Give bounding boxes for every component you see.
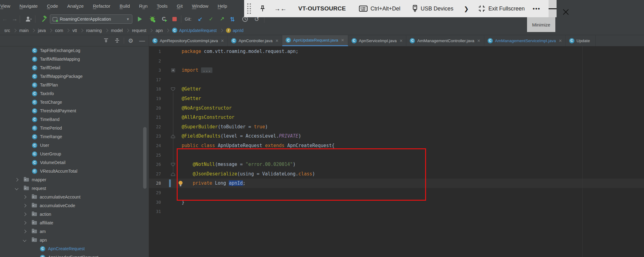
collapse-all-icon[interactable] [115, 35, 120, 46]
menu-item-refactor[interactable]: Refactor [88, 0, 115, 12]
tree-item-TestCharge[interactable]: CTestCharge [0, 98, 149, 106]
menu-item-code[interactable]: Code [42, 0, 62, 12]
git-update-icon[interactable]: ↙ [198, 12, 203, 26]
tab-AmManagementServiceImpl.java[interactable]: CAmManagementServiceImpl.java✕ [484, 35, 566, 46]
tree-item-TariffDetail[interactable]: CTariffDetail [0, 63, 149, 72]
chevron-right-icon[interactable] [23, 221, 26, 224]
tab-AmManagementController.java[interactable]: CAmManagementController.java✕ [406, 35, 484, 46]
tab-Update[interactable]: CUpdate [566, 35, 596, 46]
menu-item-git[interactable]: Git [172, 0, 187, 12]
forward-arrow-icon[interactable]: → [12, 12, 18, 26]
breadcrumb-item-model[interactable]: model [111, 28, 123, 33]
tab-close-icon[interactable]: ✕ [221, 38, 224, 43]
debug-button[interactable] [150, 12, 156, 26]
breadcrumb-item-request[interactable]: request [132, 28, 147, 33]
run-button[interactable] [138, 12, 142, 26]
breadcrumb-item-main[interactable]: main [19, 28, 29, 33]
tab-close-icon[interactable]: ✕ [400, 38, 403, 43]
fold-marker-up[interactable] [171, 169, 175, 179]
pin-icon[interactable] [260, 5, 265, 12]
menu-item-navigate[interactable]: Navigate [15, 0, 42, 12]
menu-item-tools[interactable]: Tools [152, 0, 172, 12]
menu-item-build[interactable]: Build [115, 0, 134, 12]
tree-item-TimePeriod[interactable]: CTimePeriod [0, 124, 149, 132]
chevron-right-icon[interactable]: ❯ [464, 5, 469, 12]
tab-ApnServiceImpl.java[interactable]: CApnServiceImpl.java✕ [348, 35, 407, 46]
more-options-button[interactable]: ••• [533, 6, 541, 12]
exit-fullscreen-button[interactable]: Exit Fullscreen [489, 6, 525, 12]
tree-item-VResultAccumTotal[interactable]: CVResultAccumTotal [0, 167, 149, 175]
breadcrumb-item-roaming[interactable]: roaming [86, 28, 102, 33]
chevron-down-icon[interactable] [23, 238, 26, 242]
tree-item-TimeRange[interactable]: CTimeRange [0, 132, 149, 141]
tree-item-apn[interactable]: apn [0, 236, 149, 244]
tree-item-TaxInfo[interactable]: CTaxInfo [0, 89, 149, 98]
menu-item-run[interactable]: Run [135, 0, 152, 12]
tree-item-TariffMappingPackage[interactable]: CTariffMappingPackage [0, 72, 149, 81]
tree-item-accumulativeCode[interactable]: accumulativeCode [0, 201, 149, 210]
tree-item-TapFileExchangeLog[interactable]: CTapFileExchangeLog [0, 46, 149, 55]
menu-item-window[interactable]: Window [187, 0, 213, 12]
panel-divider[interactable] [149, 35, 149, 257]
collapse-arrows-icon[interactable]: →← [274, 5, 287, 12]
breadcrumb-item-apn[interactable]: apn [155, 28, 163, 33]
stop-button[interactable] [172, 12, 177, 26]
chevron-down-icon[interactable] [15, 187, 18, 190]
chevron-right-icon[interactable] [15, 178, 18, 181]
tree-item-action[interactable]: action [0, 210, 149, 219]
tree-item-TimeBand[interactable]: CTimeBand [0, 115, 149, 124]
usb-devices-button[interactable]: USB Devices [421, 6, 453, 12]
tab-close-icon[interactable]: ✕ [341, 38, 344, 42]
fold-marker-plus[interactable] [171, 66, 175, 75]
git-commit-icon[interactable]: ✓ [209, 12, 213, 26]
ctrl-alt-del-button[interactable]: Ctrl+Alt+Del [371, 6, 400, 12]
tab-ApnUpdateRequest.java[interactable]: CApnUpdateRequest.java✕ [282, 35, 348, 46]
tree-item-TariffPlan[interactable]: CTariffPlan [0, 81, 149, 89]
menu-item-analyze[interactable]: Analyze [62, 0, 88, 12]
hide-panel-icon[interactable]: — [139, 35, 145, 46]
tree-item-accumulativeAccount[interactable]: accumulativeAccount [0, 193, 149, 201]
breadcrumb-item-apnId[interactable]: fapnId [226, 28, 244, 33]
breadcrumb-item-java[interactable]: java [38, 28, 46, 33]
toolbar-grip-handle[interactable] [247, 3, 251, 14]
chevron-right-icon[interactable] [23, 230, 26, 233]
run-config-combo[interactable]: RoamingCenterApplication ▼ [50, 12, 132, 26]
git-push-icon[interactable]: ↗ [220, 12, 224, 26]
chevron-right-icon[interactable] [23, 195, 26, 199]
fold-marker-down[interactable] [171, 160, 175, 169]
menu-item-view[interactable]: View [0, 0, 15, 12]
tab-ApnRepositoryCustomImpl.java[interactable]: CApnRepositoryCustomImpl.java✕ [149, 35, 228, 46]
intention-bulb-icon[interactable] [178, 180, 183, 187]
tree-item-UserGroup[interactable]: CUserGroup [0, 150, 149, 158]
breadcrumb-item-src[interactable]: src [4, 28, 10, 33]
tree-item-affiliate[interactable]: affiliate [0, 219, 149, 227]
user-profile-icon[interactable] [25, 12, 32, 26]
back-arrow-icon[interactable]: ← [2, 12, 8, 26]
tree-item-ApnCreateRequest[interactable]: CApnCreateRequest [0, 244, 149, 253]
tab-close-icon[interactable]: ✕ [559, 38, 562, 43]
tree-item-ThresholdPayment[interactable]: CThresholdPayment [0, 106, 149, 115]
chevron-right-icon[interactable] [23, 204, 26, 207]
run-with-coverage-button[interactable]: C [162, 12, 166, 26]
git-diff-icon[interactable]: ⇄ [230, 12, 235, 26]
fold-marker-down[interactable] [171, 84, 175, 94]
tab-close-icon[interactable]: ✕ [275, 38, 279, 43]
menu-item-help[interactable]: Help [213, 0, 232, 12]
breadcrumb-item-ApnUpdateRequest[interactable]: CApnUpdateRequest [172, 28, 217, 33]
chevron-right-icon[interactable] [23, 212, 26, 216]
tree-item-TariffAffiliateMapping[interactable]: CTariffAffiliateMapping [0, 55, 149, 63]
tree-item-am[interactable]: am [0, 227, 149, 236]
settings-gear-icon[interactable]: ⚙ [128, 35, 133, 46]
tree-item-ApnHeaderExportRequest[interactable]: CApnHeaderExportRequest [0, 253, 149, 257]
tree-item-VolumeDetail[interactable]: CVolumeDetail [0, 158, 149, 167]
tree-item-User[interactable]: CUser [0, 141, 149, 150]
build-hammer-icon[interactable] [41, 12, 47, 26]
tab-ApnController.java[interactable]: CApnController.java✕ [228, 35, 282, 46]
expand-all-icon[interactable] [103, 35, 109, 46]
minimize-button[interactable] [549, 0, 557, 17]
breadcrumb-item-com[interactable]: com [55, 28, 63, 33]
breadcrumb-item-vtt[interactable]: vtt [72, 28, 77, 33]
code-editor[interactable] [149, 46, 644, 257]
fold-marker-up[interactable] [171, 131, 175, 141]
tree-scrollbar[interactable] [143, 127, 147, 189]
